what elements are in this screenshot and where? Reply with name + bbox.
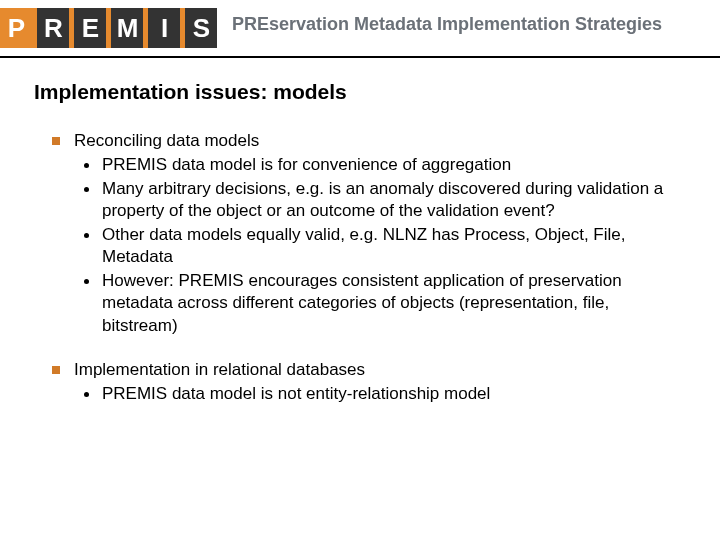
bullet-text: Reconciling data models: [74, 131, 259, 150]
sub-bullet-list: PREMIS data model is not entity-relation…: [74, 383, 686, 405]
slide-title: Implementation issues: models: [34, 80, 686, 104]
logo-letter-i: I: [148, 8, 180, 48]
logo-letter-e: E: [74, 8, 106, 48]
logo-letter-r: R: [37, 8, 69, 48]
sub-bullet-list: PREMIS data model is for convenience of …: [74, 154, 686, 337]
tagline-rest: servation Metadata Implementation Strate…: [269, 14, 662, 34]
logo-letter-s: S: [185, 8, 217, 48]
tagline-prefix: PRE: [232, 14, 269, 34]
premis-logo: P R E M I S: [0, 8, 217, 48]
sub-bullet-item: However: PREMIS encourages consistent ap…: [78, 270, 686, 337]
logo-letter-p: P: [0, 8, 32, 48]
bullet-item: Reconciling data models PREMIS data mode…: [52, 130, 686, 337]
sub-bullet-item: PREMIS data model is for convenience of …: [78, 154, 686, 176]
sub-bullet-item: Many arbitrary decisions, e.g. is an ano…: [78, 178, 686, 223]
bullet-list: Reconciling data models PREMIS data mode…: [34, 130, 686, 406]
sub-bullet-item: Other data models equally valid, e.g. NL…: [78, 224, 686, 269]
premis-tagline: PREservation Metadata Implementation Str…: [232, 14, 662, 35]
bullet-item: Implementation in relational databases P…: [52, 359, 686, 406]
logo-letter-m: M: [111, 8, 143, 48]
slide-body: Implementation issues: models Reconcilin…: [0, 58, 720, 438]
sub-bullet-item: PREMIS data model is not entity-relation…: [78, 383, 686, 405]
bullet-text: Implementation in relational databases: [74, 360, 365, 379]
header-bar: P R E M I S PREservation Metadata Implem…: [0, 0, 720, 58]
